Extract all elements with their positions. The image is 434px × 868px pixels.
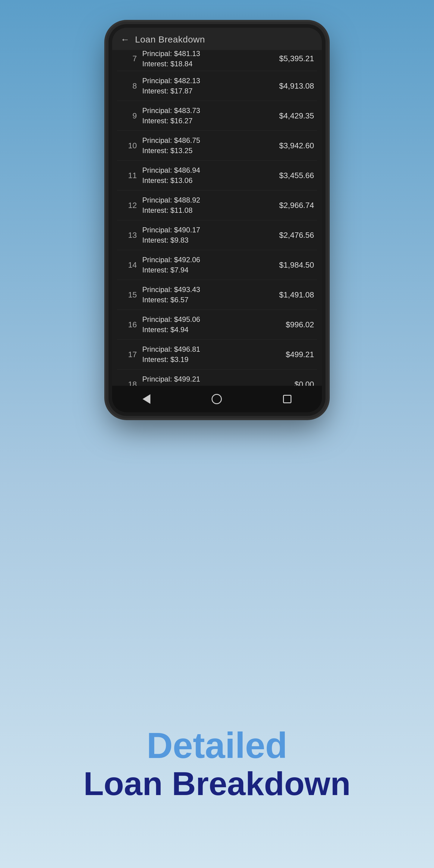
row-details: Principal: $496.81Interest: $3.19: [142, 345, 272, 364]
row-principal: Principal: $486.75: [142, 136, 272, 145]
row-interest: Interest: $13.25: [142, 147, 272, 155]
promo-section: Detailed Loan Breakdown: [0, 725, 434, 802]
row-details: Principal: $499.21Interest: $1.65: [142, 375, 272, 386]
row-number: 17: [120, 350, 137, 359]
loan-row: 16Principal: $495.06Interest: $4.94$996.…: [117, 310, 317, 340]
row-number: 9: [120, 111, 137, 121]
row-details: Principal: $486.94Interest: $13.06: [142, 166, 272, 185]
row-interest: Interest: $17.87: [142, 87, 272, 95]
nav-bar: [112, 386, 322, 412]
row-balance: $5,395.21: [272, 54, 314, 63]
row-number: 13: [120, 230, 137, 240]
row-details: Principal: $482.13Interest: $17.87: [142, 76, 272, 95]
loan-row: 15Principal: $493.43Interest: $6.57$1,49…: [117, 280, 317, 310]
promo-line1: Detailed: [0, 725, 434, 765]
nav-back-button[interactable]: [139, 391, 154, 407]
row-principal: Principal: $488.92: [142, 196, 272, 204]
row-interest: Interest: $18.84: [142, 60, 272, 68]
row-balance: $4,913.08: [272, 82, 314, 91]
row-number: 16: [120, 320, 137, 330]
row-number: 10: [120, 141, 137, 150]
loan-row: 10Principal: $486.75Interest: $13.25$3,9…: [117, 131, 317, 161]
row-details: Principal: $493.43Interest: $6.57: [142, 285, 272, 304]
row-principal: Principal: $492.06: [142, 255, 272, 264]
loan-row: 7Principal: $481.13Interest: $18.84$5,39…: [117, 50, 317, 71]
row-principal: Principal: $483.73: [142, 106, 272, 115]
row-balance: $2,966.74: [272, 201, 314, 210]
back-arrow-icon[interactable]: ←: [121, 34, 130, 44]
row-principal: Principal: $495.06: [142, 315, 272, 324]
row-principal: Principal: $481.13: [142, 50, 272, 58]
row-balance: $3,455.66: [272, 171, 314, 180]
loan-row: 18Principal: $499.21Interest: $1.65$0.00: [117, 370, 317, 386]
row-number: 18: [120, 380, 137, 386]
row-balance: $3,942.60: [272, 141, 314, 150]
row-details: Principal: $486.75Interest: $13.25: [142, 136, 272, 155]
row-balance: $0.00: [272, 380, 314, 386]
page-wrapper: ← Loan Breakdown 7Principal: $481.13Inte…: [0, 0, 434, 868]
row-number: 15: [120, 290, 137, 300]
phone-container: ← Loan Breakdown 7Principal: $481.13Inte…: [108, 24, 326, 416]
loan-list[interactable]: 7Principal: $481.13Interest: $18.84$5,39…: [112, 50, 322, 386]
row-principal: Principal: $496.81: [142, 345, 272, 353]
row-details: Principal: $490.17Interest: $9.83: [142, 226, 272, 244]
row-interest: Interest: $7.94: [142, 266, 272, 274]
nav-recents-button[interactable]: [279, 391, 295, 407]
row-interest: Interest: $11.08: [142, 206, 272, 215]
loan-row: 11Principal: $486.94Interest: $13.06$3,4…: [117, 161, 317, 190]
row-interest: Interest: $16.27: [142, 117, 272, 125]
loan-row: 17Principal: $496.81Interest: $3.19$499.…: [117, 340, 317, 370]
row-principal: Principal: $486.94: [142, 166, 272, 175]
row-number: 7: [120, 54, 137, 63]
row-details: Principal: $495.06Interest: $4.94: [142, 315, 272, 334]
loan-row: 9Principal: $483.73Interest: $16.27$4,42…: [117, 101, 317, 131]
loan-row: 13Principal: $490.17Interest: $9.83$2,47…: [117, 220, 317, 250]
phone-screen: ← Loan Breakdown 7Principal: $481.13Inte…: [112, 28, 322, 412]
row-interest: Interest: $4.94: [142, 326, 272, 334]
row-number: 11: [120, 171, 137, 180]
loan-row: 12Principal: $488.92Interest: $11.08$2,9…: [117, 190, 317, 220]
phone-frame: ← Loan Breakdown 7Principal: $481.13Inte…: [108, 24, 326, 416]
row-balance: $2,476.56: [272, 230, 314, 240]
recents-square-icon: [283, 395, 291, 403]
row-balance: $4,429.35: [272, 111, 314, 121]
row-details: Principal: $492.06Interest: $7.94: [142, 255, 272, 274]
row-principal: Principal: $493.43: [142, 285, 272, 294]
row-principal: Principal: $482.13: [142, 76, 272, 85]
row-interest: Interest: $3.19: [142, 355, 272, 364]
row-details: Principal: $483.73Interest: $16.27: [142, 106, 272, 125]
row-interest: Interest: $13.06: [142, 176, 272, 185]
promo-line2: Loan Breakdown: [0, 765, 434, 802]
app-header: ← Loan Breakdown: [112, 28, 322, 50]
row-number: 14: [120, 260, 137, 270]
row-number: 8: [120, 82, 137, 91]
back-triangle-icon: [143, 394, 150, 404]
home-circle-icon: [212, 394, 222, 404]
row-interest: Interest: $6.57: [142, 296, 272, 304]
loan-row: 8Principal: $482.13Interest: $17.87$4,91…: [117, 71, 317, 101]
nav-home-button[interactable]: [208, 390, 225, 408]
row-balance: $1,491.08: [272, 290, 314, 300]
loan-row: 14Principal: $492.06Interest: $7.94$1,98…: [117, 250, 317, 280]
header-title: Loan Breakdown: [135, 34, 205, 44]
row-balance: $499.21: [272, 350, 314, 359]
row-details: Principal: $488.92Interest: $11.08: [142, 196, 272, 215]
row-interest: Interest: $9.83: [142, 236, 272, 244]
row-balance: $996.02: [272, 320, 314, 330]
row-balance: $1,984.50: [272, 260, 314, 270]
row-principal: Principal: $499.21: [142, 375, 272, 383]
row-details: Principal: $481.13Interest: $18.84: [142, 50, 272, 68]
row-number: 12: [120, 201, 137, 210]
row-principal: Principal: $490.17: [142, 226, 272, 234]
